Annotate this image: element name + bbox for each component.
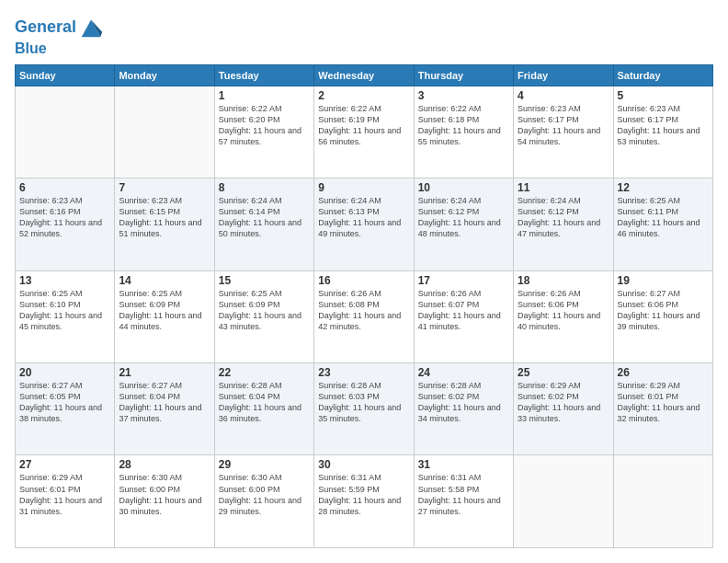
day-number: 21 (119, 366, 210, 379)
logo-text: General (15, 15, 104, 40)
day-info: Sunrise: 6:27 AM Sunset: 6:04 PM Dayligh… (119, 380, 210, 425)
day-info: Sunrise: 6:29 AM Sunset: 6:01 PM Dayligh… (19, 472, 110, 517)
day-number: 22 (219, 366, 310, 379)
weekday-header-friday: Friday (514, 64, 613, 86)
calendar-cell: 16Sunrise: 6:26 AM Sunset: 6:08 PM Dayli… (314, 270, 414, 362)
calendar-cell: 11Sunrise: 6:24 AM Sunset: 6:12 PM Dayli… (514, 178, 613, 270)
logo: General Blue (15, 15, 104, 57)
calendar-cell: 20Sunrise: 6:27 AM Sunset: 6:05 PM Dayli… (16, 363, 115, 455)
weekday-header-wednesday: Wednesday (314, 64, 414, 86)
day-info: Sunrise: 6:22 AM Sunset: 6:19 PM Dayligh… (318, 103, 409, 148)
day-number: 5 (618, 89, 709, 102)
day-number: 13 (19, 274, 110, 287)
day-info: Sunrise: 6:28 AM Sunset: 6:02 PM Dayligh… (418, 380, 509, 425)
day-info: Sunrise: 6:23 AM Sunset: 6:16 PM Dayligh… (19, 195, 110, 240)
day-info: Sunrise: 6:31 AM Sunset: 5:59 PM Dayligh… (318, 472, 409, 517)
day-info: Sunrise: 6:30 AM Sunset: 6:00 PM Dayligh… (119, 472, 210, 517)
day-number: 3 (418, 89, 509, 102)
day-info: Sunrise: 6:25 AM Sunset: 6:11 PM Dayligh… (618, 195, 709, 240)
logo-icon (78, 15, 104, 40)
calendar-cell (16, 86, 115, 178)
day-number: 27 (19, 458, 110, 471)
day-number: 17 (418, 274, 509, 287)
day-number: 28 (119, 458, 210, 471)
logo-general: General (15, 17, 76, 36)
header: General Blue (15, 15, 713, 57)
calendar-cell: 14Sunrise: 6:25 AM Sunset: 6:09 PM Dayli… (115, 270, 214, 362)
weekday-header-thursday: Thursday (414, 64, 513, 86)
day-info: Sunrise: 6:27 AM Sunset: 6:05 PM Dayligh… (19, 380, 110, 425)
day-info: Sunrise: 6:28 AM Sunset: 6:04 PM Dayligh… (219, 380, 310, 425)
calendar-cell: 13Sunrise: 6:25 AM Sunset: 6:10 PM Dayli… (16, 270, 115, 362)
calendar-cell: 30Sunrise: 6:31 AM Sunset: 5:59 PM Dayli… (314, 455, 414, 548)
day-info: Sunrise: 6:26 AM Sunset: 6:06 PM Dayligh… (518, 288, 609, 333)
day-number: 8 (219, 181, 310, 194)
calendar-cell: 31Sunrise: 6:31 AM Sunset: 5:58 PM Dayli… (414, 455, 513, 548)
day-number: 2 (318, 89, 409, 102)
weekday-header-sunday: Sunday (16, 64, 115, 86)
day-info: Sunrise: 6:23 AM Sunset: 6:17 PM Dayligh… (518, 103, 609, 148)
calendar-cell: 29Sunrise: 6:30 AM Sunset: 6:00 PM Dayli… (214, 455, 313, 548)
day-info: Sunrise: 6:25 AM Sunset: 6:09 PM Dayligh… (219, 288, 310, 333)
day-info: Sunrise: 6:22 AM Sunset: 6:20 PM Dayligh… (219, 103, 310, 148)
day-number: 10 (418, 181, 509, 194)
day-number: 24 (418, 366, 509, 379)
day-number: 30 (318, 458, 409, 471)
calendar-cell: 28Sunrise: 6:30 AM Sunset: 6:00 PM Dayli… (115, 455, 214, 548)
calendar-cell: 17Sunrise: 6:26 AM Sunset: 6:07 PM Dayli… (414, 270, 513, 362)
day-number: 9 (318, 181, 409, 194)
calendar-cell: 1Sunrise: 6:22 AM Sunset: 6:20 PM Daylig… (214, 86, 313, 178)
day-info: Sunrise: 6:23 AM Sunset: 6:15 PM Dayligh… (119, 195, 210, 240)
day-info: Sunrise: 6:24 AM Sunset: 6:12 PM Dayligh… (418, 195, 509, 240)
day-info: Sunrise: 6:25 AM Sunset: 6:10 PM Dayligh… (19, 288, 110, 333)
calendar-cell (115, 86, 214, 178)
weekday-header-row: SundayMondayTuesdayWednesdayThursdayFrid… (16, 64, 713, 86)
calendar-cell: 24Sunrise: 6:28 AM Sunset: 6:02 PM Dayli… (414, 363, 513, 455)
calendar-cell: 2Sunrise: 6:22 AM Sunset: 6:19 PM Daylig… (314, 86, 414, 178)
weekday-header-tuesday: Tuesday (214, 64, 313, 86)
calendar-cell (514, 455, 613, 548)
week-row-0: 1Sunrise: 6:22 AM Sunset: 6:20 PM Daylig… (16, 86, 713, 178)
day-info: Sunrise: 6:27 AM Sunset: 6:06 PM Dayligh… (618, 288, 709, 333)
calendar-cell: 22Sunrise: 6:28 AM Sunset: 6:04 PM Dayli… (214, 363, 313, 455)
calendar-cell: 7Sunrise: 6:23 AM Sunset: 6:15 PM Daylig… (115, 178, 214, 270)
day-number: 7 (119, 181, 210, 194)
week-row-3: 20Sunrise: 6:27 AM Sunset: 6:05 PM Dayli… (16, 363, 713, 455)
day-number: 23 (318, 366, 409, 379)
week-row-4: 27Sunrise: 6:29 AM Sunset: 6:01 PM Dayli… (16, 455, 713, 548)
day-number: 29 (219, 458, 310, 471)
day-info: Sunrise: 6:26 AM Sunset: 6:08 PM Dayligh… (318, 288, 409, 333)
calendar-cell: 4Sunrise: 6:23 AM Sunset: 6:17 PM Daylig… (514, 86, 613, 178)
day-number: 4 (518, 89, 609, 102)
day-number: 12 (618, 181, 709, 194)
day-number: 31 (418, 458, 509, 471)
calendar-cell: 23Sunrise: 6:28 AM Sunset: 6:03 PM Dayli… (314, 363, 414, 455)
calendar-cell: 18Sunrise: 6:26 AM Sunset: 6:06 PM Dayli… (514, 270, 613, 362)
calendar-cell: 21Sunrise: 6:27 AM Sunset: 6:04 PM Dayli… (115, 363, 214, 455)
day-number: 1 (219, 89, 310, 102)
calendar-cell (613, 455, 712, 548)
day-info: Sunrise: 6:24 AM Sunset: 6:12 PM Dayligh… (518, 195, 609, 240)
day-number: 26 (618, 366, 709, 379)
calendar-table: SundayMondayTuesdayWednesdayThursdayFrid… (15, 64, 713, 548)
day-info: Sunrise: 6:24 AM Sunset: 6:14 PM Dayligh… (219, 195, 310, 240)
day-info: Sunrise: 6:22 AM Sunset: 6:18 PM Dayligh… (418, 103, 509, 148)
day-info: Sunrise: 6:29 AM Sunset: 6:01 PM Dayligh… (618, 380, 709, 425)
calendar-cell: 15Sunrise: 6:25 AM Sunset: 6:09 PM Dayli… (214, 270, 313, 362)
calendar-cell: 9Sunrise: 6:24 AM Sunset: 6:13 PM Daylig… (314, 178, 414, 270)
calendar-cell: 5Sunrise: 6:23 AM Sunset: 6:17 PM Daylig… (613, 86, 712, 178)
day-number: 16 (318, 274, 409, 287)
day-info: Sunrise: 6:31 AM Sunset: 5:58 PM Dayligh… (418, 472, 509, 517)
day-number: 19 (618, 274, 709, 287)
calendar-cell: 10Sunrise: 6:24 AM Sunset: 6:12 PM Dayli… (414, 178, 513, 270)
day-info: Sunrise: 6:29 AM Sunset: 6:02 PM Dayligh… (518, 380, 609, 425)
week-row-1: 6Sunrise: 6:23 AM Sunset: 6:16 PM Daylig… (16, 178, 713, 270)
day-number: 6 (19, 181, 110, 194)
week-row-2: 13Sunrise: 6:25 AM Sunset: 6:10 PM Dayli… (16, 270, 713, 362)
calendar-cell: 3Sunrise: 6:22 AM Sunset: 6:18 PM Daylig… (414, 86, 513, 178)
page: General Blue SundayMondayTuesdayWednesda… (0, 0, 728, 563)
calendar-cell: 25Sunrise: 6:29 AM Sunset: 6:02 PM Dayli… (514, 363, 613, 455)
day-info: Sunrise: 6:25 AM Sunset: 6:09 PM Dayligh… (119, 288, 210, 333)
day-info: Sunrise: 6:26 AM Sunset: 6:07 PM Dayligh… (418, 288, 509, 333)
day-info: Sunrise: 6:23 AM Sunset: 6:17 PM Dayligh… (618, 103, 709, 148)
